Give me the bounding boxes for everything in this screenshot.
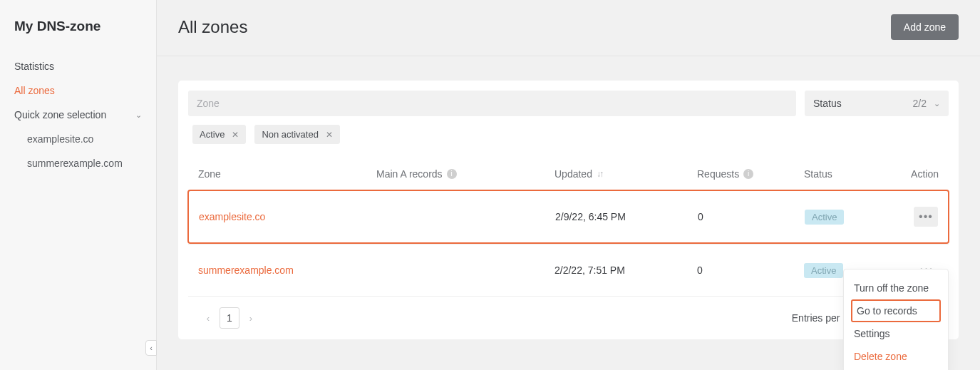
chevron-down-icon: ⌄ [934, 99, 940, 108]
sidebar-item-quick-zone[interactable]: Quick zone selection ⌄ [0, 103, 156, 127]
sidebar-item-statistics[interactable]: Statistics [0, 54, 156, 78]
sidebar: My DNS-zone Statistics All zones Quick z… [0, 0, 157, 370]
cell-action: ••• [912, 207, 938, 227]
th-action: Action [911, 168, 939, 180]
row-actions-button[interactable]: ••• [914, 207, 938, 227]
sidebar-item-label: Statistics [14, 61, 54, 72]
sidebar-item-label: All zones [14, 85, 55, 96]
status-badge: Active [804, 263, 843, 278]
close-icon[interactable]: ✕ [232, 130, 239, 140]
add-zone-button[interactable]: Add zone [891, 14, 959, 40]
main: All zones Add zone Status 2/2 ⌄ Active [157, 0, 980, 370]
page-prev-button[interactable]: ‹ [198, 307, 218, 329]
sidebar-quickzone-examplesite[interactable]: examplesite.co [0, 127, 156, 151]
pagination: ‹ 1 › [198, 307, 261, 329]
menu-turn-off-zone[interactable]: Turn off the zone [851, 277, 941, 299]
zone-link[interactable]: examplesite.co [199, 211, 377, 222]
page-header: All zones Add zone [157, 0, 980, 56]
menu-settings[interactable]: Settings [851, 322, 941, 345]
sidebar-item-label: summerexample.com [27, 158, 123, 169]
filter-chip-non-activated[interactable]: Non activated ✕ [254, 125, 340, 144]
sidebar-collapse-button[interactable]: ‹ [145, 340, 157, 356]
chip-label: Non activated [262, 129, 319, 140]
info-icon[interactable]: i [447, 169, 457, 179]
sidebar-item-all-zones[interactable]: All zones [0, 78, 156, 103]
status-filter-dropdown[interactable]: Status 2/2 ⌄ [805, 91, 949, 116]
th-status[interactable]: Status [804, 168, 911, 180]
chevron-left-icon: ‹ [150, 344, 153, 352]
menu-go-to-records[interactable]: Go to records [851, 299, 941, 322]
sort-icon: ↓↑ [597, 169, 602, 179]
table-row: examplesite.co 2/9/22, 6:45 PM 0 Active … [187, 190, 949, 244]
table-header: Zone Main A records i Updated ↓↑ Request… [188, 144, 949, 190]
info-icon[interactable]: i [743, 169, 753, 179]
sidebar-item-label: examplesite.co [27, 133, 93, 145]
sidebar-title: My DNS-zone [0, 19, 156, 54]
table-footer: ‹ 1 › Entries per page 10 ⌄ Sho [188, 296, 949, 339]
status-filter-count: 2/2 [913, 98, 927, 109]
zone-filter-input[interactable] [188, 91, 796, 116]
more-icon: ••• [919, 210, 933, 223]
zone-link[interactable]: summerexample.com [198, 264, 376, 276]
chevron-right-icon: › [249, 313, 252, 324]
row-actions-menu: Turn off the zone Go to records Settings… [843, 269, 949, 370]
status-filter-label: Status [813, 98, 842, 109]
sidebar-item-label: Quick zone selection [14, 109, 106, 120]
menu-delete-zone[interactable]: Delete zone [851, 345, 941, 368]
chip-label: Active [200, 129, 225, 140]
status-badge: Active [805, 210, 844, 225]
page-title: All zones [178, 17, 247, 37]
chevron-down-icon: ⌄ [135, 111, 142, 120]
cell-requests: 0 [698, 211, 805, 222]
table-row: summerexample.com 2/2/22, 7:51 PM 0 Acti… [188, 244, 949, 296]
page-next-button[interactable]: › [241, 307, 261, 329]
zones-card: Status 2/2 ⌄ Active ✕ Non activated ✕ [178, 81, 959, 339]
cell-updated: 2/2/22, 7:51 PM [555, 264, 697, 276]
cell-updated: 2/9/22, 6:45 PM [555, 211, 698, 222]
cell-requests: 0 [697, 264, 804, 276]
sidebar-quickzone-summerexample[interactable]: summerexample.com [0, 151, 156, 175]
th-requests[interactable]: Requests i [697, 168, 804, 180]
chevron-left-icon: ‹ [207, 313, 210, 324]
page-current[interactable]: 1 [220, 307, 239, 329]
th-main-a[interactable]: Main A records i [376, 168, 555, 180]
th-zone[interactable]: Zone [198, 168, 376, 180]
cell-status: Active [805, 210, 912, 225]
filter-chip-active[interactable]: Active ✕ [192, 125, 246, 144]
close-icon[interactable]: ✕ [326, 130, 333, 140]
th-updated[interactable]: Updated ↓↑ [555, 168, 697, 180]
